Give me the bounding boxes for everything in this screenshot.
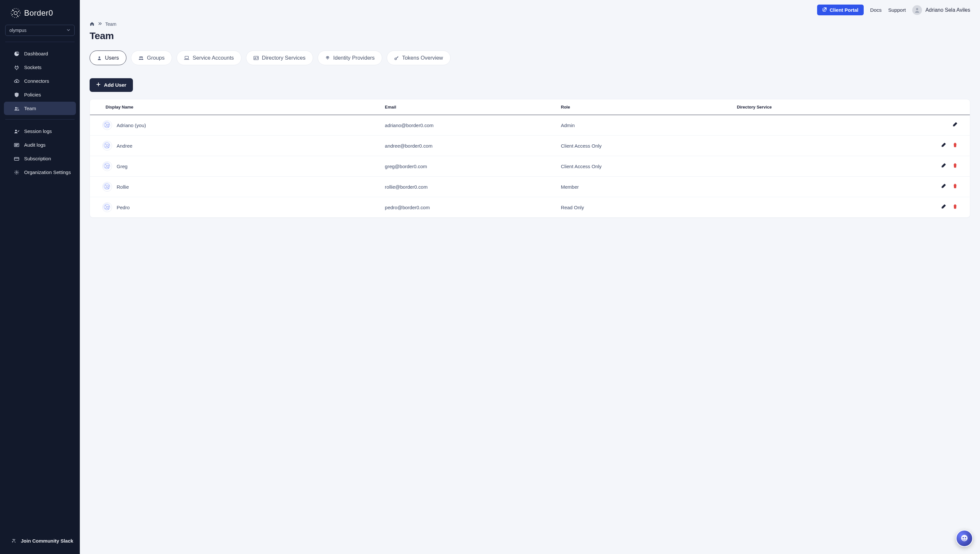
user-display-name: Greg [117, 164, 127, 169]
edit-user-button[interactable] [939, 182, 948, 191]
sidebar-item-dashboard[interactable]: Dashboard [4, 47, 76, 60]
svg-point-44 [105, 185, 106, 185]
trash-icon [953, 143, 958, 149]
svg-point-3 [18, 11, 19, 12]
sidebar: Border0 olympus DashboardSocketsConnecto… [0, 0, 80, 554]
tab-users[interactable]: Users [90, 51, 126, 65]
svg-point-22 [106, 124, 108, 126]
tab-groups[interactable]: Groups [131, 51, 172, 65]
sidebar-item-sockets[interactable]: Sockets [4, 60, 76, 74]
tab-service-accounts[interactable]: Service Accounts [177, 51, 242, 65]
user-menu[interactable]: Adriano Sela Aviles [912, 5, 970, 15]
user-directory-service [732, 197, 864, 218]
group-icon [138, 56, 144, 60]
svg-point-2 [13, 10, 14, 11]
brand-logo[interactable]: Border0 [0, 6, 80, 25]
join-slack-label: Join Community Slack [21, 538, 73, 544]
home-icon [90, 22, 94, 27]
join-slack-link[interactable]: Join Community Slack [0, 533, 80, 548]
brand-logo-icon [10, 7, 22, 19]
col-display-name[interactable]: Display Name [90, 99, 380, 115]
sidebar-item-label: Dashboard [24, 51, 48, 56]
table-row[interactable]: Rollierollie@border0.comMember [90, 177, 970, 197]
laptop-icon [184, 56, 189, 60]
nav-primary: DashboardSocketsConnectorsPoliciesTeam [0, 46, 80, 115]
col-email[interactable]: Email [380, 99, 556, 115]
id-card-icon [253, 56, 259, 60]
edit-user-button[interactable] [939, 203, 948, 212]
delete-user-button[interactable] [951, 162, 959, 171]
docs-link[interactable]: Docs [870, 7, 881, 13]
sidebar-item-label: Connectors [24, 78, 49, 84]
user-display-name: Pedro [117, 205, 130, 210]
edit-user-button[interactable] [939, 162, 948, 171]
plug-icon [14, 65, 19, 70]
svg-point-43 [106, 186, 108, 188]
delete-user-button[interactable] [951, 141, 959, 150]
sidebar-item-policies[interactable]: Policies [4, 88, 76, 101]
svg-rect-17 [185, 56, 189, 58]
sidebar-item-connectors[interactable]: Connectors [4, 74, 76, 88]
sidebar-item-organization-settings[interactable]: Organization Settings [4, 166, 76, 179]
delete-user-button[interactable] [951, 203, 959, 212]
users-icon [14, 106, 19, 111]
svg-point-1 [14, 11, 17, 15]
user-role: Read Only [557, 197, 732, 218]
svg-point-16 [142, 56, 143, 58]
svg-point-45 [109, 185, 110, 186]
user-avatar-icon [102, 202, 112, 212]
svg-point-5 [12, 14, 13, 15]
tab-tokens-overview[interactable]: Tokens Overview [387, 51, 450, 65]
svg-point-53 [108, 209, 109, 209]
user-role: Member [557, 177, 732, 197]
edit-icon [941, 143, 946, 149]
tabs: UsersGroupsService AccountsDirectory Ser… [90, 51, 970, 65]
pie-chart-icon [14, 51, 19, 56]
users-table: Display Name Email Role Directory Servic… [90, 99, 970, 217]
support-link[interactable]: Support [888, 7, 906, 13]
user-role: Client Access Only [557, 156, 732, 177]
col-directory[interactable]: Directory Service [732, 99, 864, 115]
svg-point-23 [105, 123, 106, 124]
org-selector-value: olympus [10, 28, 26, 33]
user-display-name: Andree [117, 143, 132, 149]
user-directory-service [732, 177, 864, 197]
col-role[interactable]: Role [557, 99, 732, 115]
org-selector[interactable]: olympus [5, 25, 75, 36]
sidebar-item-label: Session logs [24, 128, 52, 134]
tab-label: Identity Providers [333, 55, 375, 61]
client-portal-label: Client Portal [829, 7, 858, 13]
page-title: Team [90, 30, 970, 41]
svg-point-37 [105, 164, 106, 165]
edit-icon [941, 184, 946, 189]
chevrons-right-icon [98, 22, 102, 27]
breadcrumb-home[interactable] [90, 21, 94, 27]
edit-user-button[interactable] [939, 141, 948, 150]
shield-icon [14, 92, 19, 97]
nav-divider [5, 119, 75, 119]
breadcrumb-current: Team [105, 22, 116, 27]
client-portal-button[interactable]: Client Portal [817, 5, 863, 15]
table-row[interactable]: Adriano (you)adriano@border0.comAdmin [90, 115, 970, 135]
external-link-icon [822, 7, 827, 13]
svg-point-52 [109, 206, 110, 207]
edit-user-button[interactable] [950, 121, 959, 130]
user-avatar-icon [102, 182, 112, 192]
svg-point-11 [16, 172, 17, 173]
svg-point-33 [105, 146, 106, 147]
cloud-up-icon [14, 78, 19, 84]
table-row[interactable]: Andreeandree@border0.comClient Access On… [90, 135, 970, 156]
tab-directory-services[interactable]: Directory Services [246, 51, 313, 65]
delete-user-button[interactable] [951, 182, 959, 191]
sidebar-item-session-logs[interactable]: Session logs [4, 124, 76, 138]
fingerprint-icon [325, 56, 330, 60]
chat-widget-button[interactable] [956, 530, 973, 547]
table-row[interactable]: Greggreg@border0.comClient Access Only [90, 156, 970, 177]
table-row[interactable]: Pedropedro@border0.comRead Only [90, 197, 970, 218]
sidebar-item-subscription[interactable]: Subscription [4, 152, 76, 165]
svg-point-0 [11, 8, 20, 18]
tab-identity-providers[interactable]: Identity Providers [318, 51, 382, 65]
sidebar-item-team[interactable]: Team [4, 102, 76, 115]
add-user-button[interactable]: Add User [90, 78, 133, 92]
sidebar-item-audit-logs[interactable]: Audit logs [4, 138, 76, 151]
